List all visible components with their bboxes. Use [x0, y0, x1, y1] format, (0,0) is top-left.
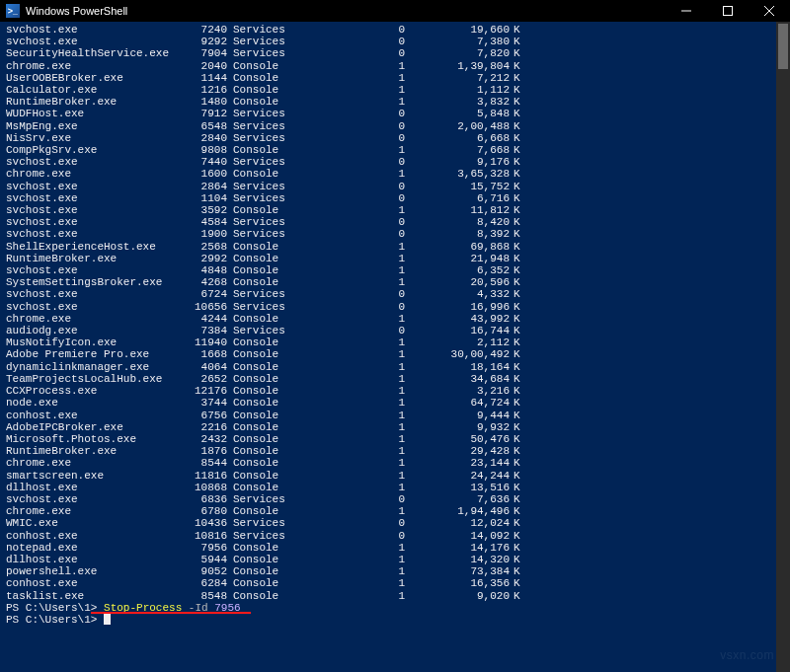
col-pid: 4848 [182, 264, 227, 276]
col-session: Console [227, 348, 294, 360]
process-row: WUDFHost.exe7912Services05,848K [6, 108, 790, 119]
col-pid: 7956 [182, 542, 227, 554]
col-mem: 8,392 [405, 228, 510, 240]
col-num: 1 [294, 336, 405, 348]
col-num: 1 [294, 385, 405, 397]
minimize-button[interactable] [666, 0, 707, 22]
process-row: TeamProjectsLocalHub.exe2652Console134,6… [6, 373, 790, 385]
col-pid: 6548 [182, 120, 227, 132]
process-row: svchost.exe7440Services09,176K [6, 156, 790, 168]
window-title: Windows PowerShell [26, 5, 127, 17]
col-session: Services [227, 36, 294, 47]
col-session: Services [227, 325, 294, 336]
col-k: K [510, 264, 521, 276]
col-num: 1 [294, 348, 405, 360]
col-pid: 9052 [182, 565, 227, 577]
col-k: K [510, 24, 521, 36]
col-num: 1 [294, 410, 405, 421]
col-pid: 5944 [182, 554, 227, 565]
process-row: dllhost.exe5944Console114,320K [6, 554, 790, 565]
col-pid: 2568 [182, 241, 227, 253]
col-num: 1 [294, 204, 405, 216]
scrollbar[interactable] [776, 22, 790, 672]
col-pid: 7240 [182, 24, 227, 36]
col-session: Services [227, 47, 294, 59]
col-k: K [510, 361, 521, 373]
col-session: Console [227, 577, 294, 589]
col-name: CompPkgSrv.exe [6, 144, 182, 156]
col-name: svchost.exe [6, 204, 182, 216]
close-button[interactable] [749, 0, 790, 22]
col-pid: 2992 [182, 253, 227, 264]
col-session: Console [227, 421, 294, 433]
col-session: Console [227, 204, 294, 216]
col-name: TeamProjectsLocalHub.exe [6, 373, 182, 385]
process-row: svchost.exe6836Services07,636K [6, 493, 790, 505]
col-k: K [510, 433, 521, 445]
col-num: 0 [294, 530, 405, 542]
process-row: tasklist.exe8548Console19,020K [6, 590, 790, 602]
scrollbar-thumb[interactable] [778, 24, 788, 69]
col-mem: 1,112 [405, 84, 510, 96]
process-row: notepad.exe7956Console114,176K [6, 542, 790, 554]
terminal-output[interactable]: svchost.exe7240Services019,660Ksvchost.e… [0, 22, 790, 672]
col-session: Console [227, 60, 294, 72]
col-k: K [510, 445, 521, 457]
col-k: K [510, 421, 521, 433]
col-pid: 10868 [182, 482, 227, 493]
col-num: 1 [294, 554, 405, 565]
col-session: Console [227, 554, 294, 565]
col-num: 0 [294, 24, 405, 36]
maximize-button[interactable] [707, 0, 749, 22]
col-mem: 1,94,496 [405, 505, 510, 517]
col-name: RuntimeBroker.exe [6, 96, 182, 108]
col-name: node.exe [6, 397, 182, 409]
col-k: K [510, 577, 521, 589]
col-mem: 64,724 [405, 397, 510, 409]
process-row: Calculator.exe1216Console11,112K [6, 84, 790, 96]
col-num: 0 [294, 156, 405, 168]
col-name: WUDFHost.exe [6, 108, 182, 119]
col-k: K [510, 72, 521, 84]
col-session: Console [227, 241, 294, 253]
col-mem: 6,668 [405, 132, 510, 144]
col-k: K [510, 204, 521, 216]
col-mem: 7,636 [405, 493, 510, 505]
col-name: ShellExperienceHost.exe [6, 241, 182, 253]
col-pid: 6780 [182, 505, 227, 517]
col-name: svchost.exe [6, 264, 182, 276]
col-mem: 9,932 [405, 421, 510, 433]
prompt-line-2[interactable]: PS C:\Users\1> [6, 614, 790, 626]
col-num: 1 [294, 457, 405, 469]
col-session: Console [227, 470, 294, 482]
col-num: 1 [294, 470, 405, 482]
col-k: K [510, 216, 521, 228]
col-session: Console [227, 457, 294, 469]
titlebar[interactable]: >_ Windows PowerShell [0, 0, 790, 22]
prompt-prefix: PS C:\Users\1> [6, 614, 104, 626]
col-session: Console [227, 385, 294, 397]
col-k: K [510, 60, 521, 72]
col-name: NisSrv.exe [6, 132, 182, 144]
col-num: 1 [294, 505, 405, 517]
col-mem: 15,752 [405, 181, 510, 192]
col-num: 0 [294, 47, 405, 59]
col-mem: 1,39,804 [405, 60, 510, 72]
col-k: K [510, 325, 521, 336]
col-name: svchost.exe [6, 216, 182, 228]
col-session: Console [227, 590, 294, 602]
col-session: Console [227, 313, 294, 325]
col-k: K [510, 108, 521, 119]
col-pid: 6756 [182, 410, 227, 421]
col-mem: 73,384 [405, 565, 510, 577]
col-num: 1 [294, 542, 405, 554]
red-underline-annotation [91, 612, 251, 614]
col-k: K [510, 517, 521, 529]
col-num: 1 [294, 264, 405, 276]
col-num: 1 [294, 144, 405, 156]
col-name: chrome.exe [6, 505, 182, 517]
col-pid: 1876 [182, 445, 227, 457]
col-pid: 6836 [182, 493, 227, 505]
col-k: K [510, 276, 521, 288]
process-row: chrome.exe4244Console143,992K [6, 313, 790, 325]
